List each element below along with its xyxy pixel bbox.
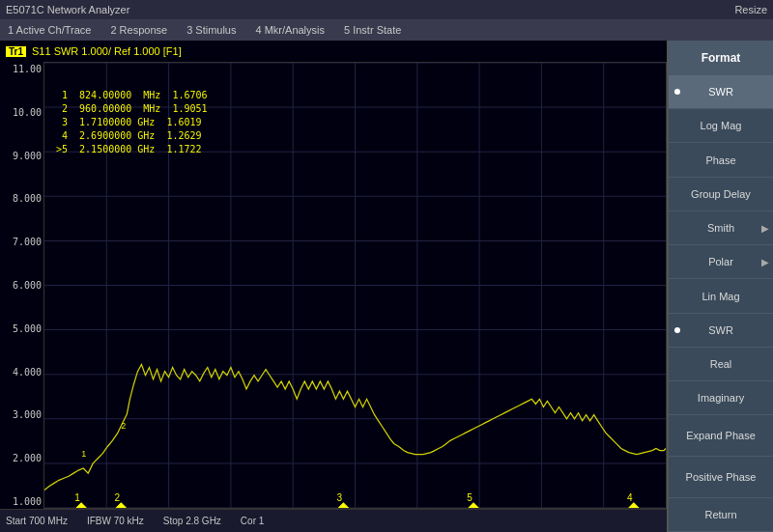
menu-active-ch[interactable]: 1 Active Ch/Trace: [4, 23, 95, 37]
main-area: Tr1 S11 SWR 1.000/ Ref 1.000 [F1] 11.00 …: [0, 41, 773, 532]
btn-polar-label: Polar: [708, 256, 733, 267]
y-label-2: 9.000: [13, 151, 42, 161]
marker-1: 1 824.00000 MHz 1.6706: [56, 89, 208, 102]
right-panel: Format SWR Log Mag Phase Group Delay Smi…: [667, 41, 773, 532]
btn-polar[interactable]: Polar ▶: [669, 245, 773, 279]
menu-instr-state[interactable]: 5 Instr State: [340, 23, 405, 37]
y-label-4: 7.000: [13, 237, 42, 247]
btn-lin-mag-label: Lin Mag: [701, 291, 739, 302]
btn-real[interactable]: Real: [669, 348, 773, 381]
btn-phase-label: Phase: [705, 154, 735, 166]
trace-label: Tr1: [6, 46, 26, 57]
ifbw: IFBW 70 kHz: [87, 516, 144, 526]
y-label-3: 8.000: [13, 193, 42, 204]
y-axis: 11.00 10.00 9.000 8.000 7.000 6.000 5.00…: [0, 62, 43, 509]
marker-4: 4 2.6900000 GHz 1.2629: [56, 129, 208, 143]
y-label-10: 1.000: [13, 496, 42, 507]
btn-imaginary-label: Imaginary: [698, 392, 744, 404]
btn-return[interactable]: Return: [669, 498, 773, 532]
btn-group-delay[interactable]: Group Delay: [669, 178, 773, 211]
title-bar: E5071C Network Analyzer Resize: [0, 0, 773, 19]
btn-log-mag-label: Log Mag: [701, 120, 742, 131]
btn-positive-phase[interactable]: Positive Phase: [669, 457, 773, 498]
svg-marker-21: [116, 503, 126, 508]
menu-mkr-analysis[interactable]: 4 Mkr/Analysis: [251, 23, 329, 37]
btn-expand-phase-label: Expand Phase: [686, 430, 756, 441]
marker-5: >5 2.1500000 GHz 1.1722: [56, 143, 208, 156]
start-freq: Start 700 MHz: [6, 516, 68, 526]
btn-lin-mag[interactable]: Lin Mag: [669, 279, 773, 313]
menu-response[interactable]: 2 Response: [106, 23, 171, 37]
active-dot: [674, 89, 680, 95]
chart-area: Tr1 S11 SWR 1.000/ Ref 1.000 [F1] 11.00 …: [0, 41, 667, 532]
marker-3: 3 1.7100000 GHz 1.6019: [56, 116, 208, 129]
resize-button[interactable]: Resize: [734, 4, 767, 15]
svg-text:2: 2: [115, 492, 121, 503]
btn-swr[interactable]: SWR: [669, 314, 773, 348]
btn-expand-phase[interactable]: Expand Phase: [669, 415, 773, 457]
y-label-0: 11.00: [13, 64, 42, 74]
smith-arrow-icon: ▶: [761, 223, 769, 234]
y-label-9: 2.000: [13, 453, 42, 463]
panel-title: Format: [669, 41, 773, 75]
svg-marker-20: [76, 503, 86, 508]
marker-2: 2 960.00000 MHz 1.9051: [56, 102, 208, 116]
btn-smith[interactable]: Smith ▶: [669, 211, 773, 245]
chart-header: Tr1 S11 SWR 1.000/ Ref 1.000 [F1]: [0, 41, 667, 62]
btn-log-mag[interactable]: Log Mag: [669, 109, 773, 143]
polar-arrow-icon: ▶: [761, 257, 769, 267]
svg-marker-22: [338, 503, 348, 508]
svg-text:4: 4: [627, 492, 633, 503]
menu-bar: 1 Active Ch/Trace 2 Response 3 Stimulus …: [0, 19, 773, 41]
svg-marker-24: [629, 503, 639, 508]
app-title: E5071C Network Analyzer: [6, 4, 129, 15]
btn-swr-label: SWR: [708, 324, 733, 336]
y-label-5: 6.000: [13, 280, 42, 291]
cor-status: Cor 1: [241, 516, 264, 526]
btn-imaginary[interactable]: Imaginary: [669, 381, 773, 415]
markers-info: 1 824.00000 MHz 1.6706 2 960.00000 MHz 1…: [48, 87, 215, 158]
stop-freq: Stop 2.8 GHz: [163, 516, 221, 526]
btn-group-delay-label: Group Delay: [691, 188, 751, 200]
y-label-1: 10.00: [13, 107, 42, 118]
svg-text:5: 5: [467, 492, 472, 503]
y-label-7: 4.000: [13, 367, 42, 378]
swr-dot: [674, 327, 680, 333]
svg-text:1: 1: [74, 492, 80, 503]
btn-swr-active-label: SWR: [708, 86, 733, 98]
chart-grid: 1 824.00000 MHz 1.6706 2 960.00000 MHz 1…: [43, 62, 667, 509]
bottom-bar: Start 700 MHz IFBW 70 kHz Stop 2.8 GHz C…: [0, 509, 667, 532]
chart-canvas: 11.00 10.00 9.000 8.000 7.000 6.000 5.00…: [0, 62, 667, 509]
y-label-8: 3.000: [13, 409, 42, 420]
btn-smith-label: Smith: [707, 222, 734, 234]
svg-text:2: 2: [121, 421, 126, 431]
y-label-6: 5.000: [13, 323, 42, 334]
btn-real-label: Real: [710, 358, 732, 370]
btn-positive-phase-label: Positive Phase: [686, 471, 757, 483]
menu-stimulus[interactable]: 3 Stimulus: [183, 23, 240, 37]
btn-return-label: Return: [704, 509, 736, 520]
svg-marker-23: [469, 503, 478, 508]
svg-text:3: 3: [337, 492, 343, 503]
btn-phase[interactable]: Phase: [669, 143, 773, 177]
btn-swr-active[interactable]: SWR: [669, 75, 773, 109]
trace-info: S11 SWR 1.000/ Ref 1.000 [F1]: [32, 45, 182, 57]
svg-text:1: 1: [81, 449, 86, 459]
